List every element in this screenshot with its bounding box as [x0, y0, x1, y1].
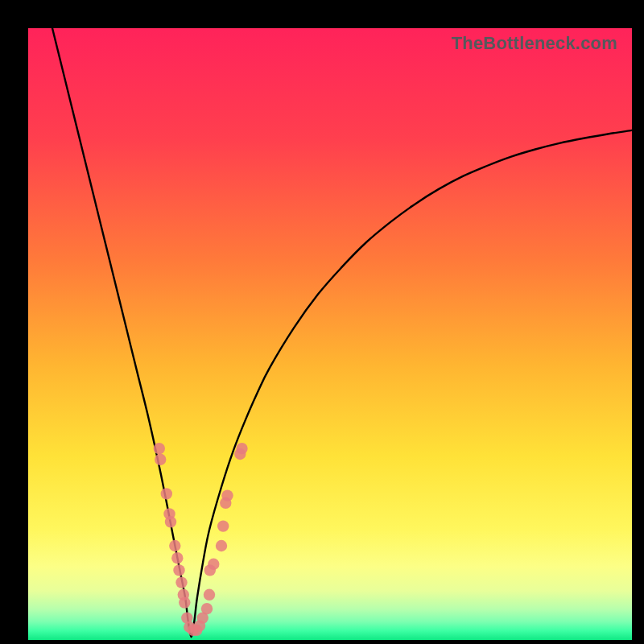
data-point: [161, 488, 172, 499]
data-point: [204, 589, 215, 601]
data-point: [216, 540, 227, 551]
data-point: [169, 540, 180, 551]
scatter-points: [154, 443, 248, 636]
chart-frame: TheBottleneck.com: [0, 0, 644, 644]
plot-area: TheBottleneck.com: [28, 28, 632, 640]
data-point: [155, 454, 166, 465]
bottleneck-curve: [52, 28, 632, 637]
data-point: [175, 576, 187, 588]
data-point: [201, 603, 213, 614]
data-point: [173, 564, 184, 576]
data-point: [217, 520, 229, 531]
data-point: [165, 516, 176, 527]
data-point: [154, 443, 165, 454]
data-point: [221, 489, 233, 501]
curve-layer: [28, 28, 632, 640]
data-point: [236, 443, 247, 454]
data-point: [208, 559, 219, 570]
watermark-text: TheBottleneck.com: [452, 33, 617, 54]
data-point: [171, 552, 183, 564]
data-point: [179, 597, 190, 608]
